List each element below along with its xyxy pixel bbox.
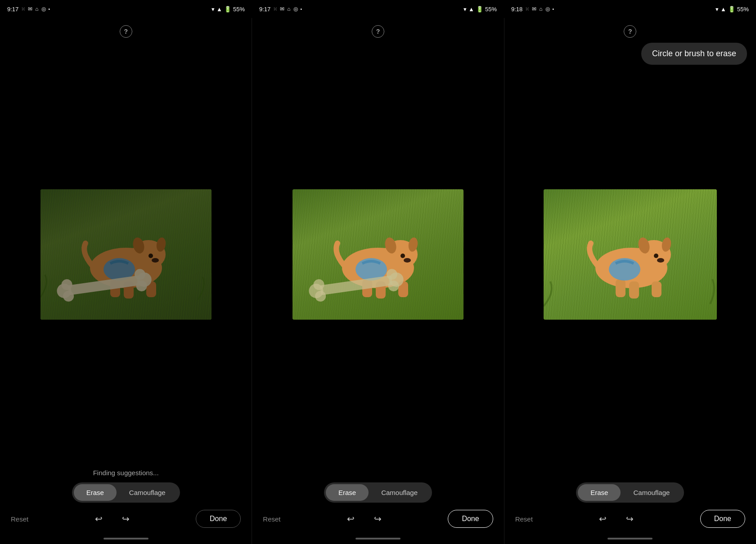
- reset-button-3[interactable]: Reset: [515, 515, 533, 523]
- panel-1: ?: [0, 18, 252, 544]
- redo-button-1[interactable]: ↪: [117, 511, 134, 527]
- reset-button-1[interactable]: Reset: [11, 515, 28, 523]
- icon-dot-2: •: [301, 7, 302, 12]
- suggestion-text-1: Finding suggestions...: [93, 469, 159, 478]
- svg-rect-11: [68, 275, 140, 295]
- time-3: 9:18: [511, 6, 522, 13]
- camouflage-toggle-1[interactable]: Camouflage: [117, 484, 178, 501]
- svg-rect-41: [616, 279, 626, 297]
- undo-redo-3: ↩ ↪: [595, 511, 638, 527]
- controls-1: Finding suggestions... Erase Camouflage …: [0, 464, 252, 533]
- undo-redo-1: ↩ ↪: [90, 511, 134, 527]
- redo-button-2[interactable]: ↪: [369, 511, 386, 527]
- time-2: 9:17: [259, 6, 270, 13]
- action-row-3: Reset ↩ ↪ Done: [504, 507, 756, 533]
- home-indicator-1: [0, 533, 252, 544]
- icon-home-2: ⌂: [287, 6, 290, 12]
- main-panels: ?: [0, 18, 756, 544]
- panel-2: ?: [252, 18, 504, 544]
- controls-2: Erase Camouflage Reset ↩ ↪ Done: [252, 464, 504, 533]
- help-row-2: ?: [252, 18, 504, 45]
- image-area-3[interactable]: [504, 45, 756, 464]
- icon-mail-3: ✉: [532, 6, 536, 12]
- status-bars: 9:17 ⁙ ✉ ⌂ ◎ • ▾ ▲ 🔋 55% 9:17 ⁙ ✉ ⌂ ◎ • …: [0, 0, 756, 18]
- status-bar-3: 9:18 ⁙ ✉ ⌂ ◎ • ▾ ▲ 🔋 55%: [504, 0, 756, 18]
- icon-grid-1: ⁙: [21, 6, 25, 12]
- svg-point-40: [654, 254, 658, 258]
- bone-illustration-2: [292, 189, 464, 320]
- help-row-3: ? Circle or brush to erase: [504, 18, 756, 45]
- undo-button-2[interactable]: ↩: [342, 511, 359, 527]
- time-1: 9:17: [7, 6, 18, 13]
- toggle-group-2: Erase Camouflage: [324, 482, 432, 503]
- signal-icon-1: ▲: [216, 6, 222, 13]
- svg-rect-42: [629, 281, 639, 299]
- svg-rect-43: [652, 281, 662, 297]
- reset-button-2[interactable]: Reset: [263, 515, 280, 523]
- signal-icon-3: ▲: [720, 6, 726, 13]
- done-button-3[interactable]: Done: [700, 510, 745, 528]
- icon-home-1: ⌂: [35, 6, 38, 12]
- icon-grid-2: ⁙: [273, 6, 277, 12]
- battery-icon-2: 🔋: [476, 6, 483, 13]
- controls-3: Erase Camouflage Reset ↩ ↪ Done: [504, 464, 756, 533]
- toggle-group-1: Erase Camouflage: [72, 482, 180, 503]
- icon-dot-3: •: [553, 7, 554, 12]
- status-bar-2: 9:17 ⁙ ✉ ⌂ ◎ • ▾ ▲ 🔋 55%: [252, 0, 504, 18]
- photo-frame-2: [292, 189, 464, 320]
- photo-canvas-3: [544, 189, 717, 320]
- battery-pct-1: 55%: [233, 6, 245, 13]
- icon-grid-3: ⁙: [525, 6, 529, 12]
- camouflage-toggle-2[interactable]: Camouflage: [369, 484, 430, 501]
- icon-mail-1: ✉: [28, 6, 32, 12]
- image-area-2[interactable]: [252, 45, 504, 464]
- erase-toggle-1[interactable]: Erase: [74, 484, 117, 501]
- camouflage-toggle-3[interactable]: Camouflage: [621, 484, 682, 501]
- undo-button-3[interactable]: ↩: [595, 511, 611, 527]
- action-row-2: Reset ↩ ↪ Done: [252, 507, 504, 533]
- battery-pct-3: 55%: [737, 6, 749, 13]
- icon-home-3: ⌂: [539, 6, 542, 12]
- done-button-1[interactable]: Done: [196, 510, 241, 528]
- icon-loc-3: ◎: [545, 6, 550, 12]
- icon-loc-2: ◎: [293, 6, 298, 12]
- wifi-icon-1: ▾: [212, 6, 215, 13]
- svg-point-39: [657, 258, 664, 263]
- help-icon-3[interactable]: ?: [624, 25, 636, 38]
- toggle-group-3: Erase Camouflage: [576, 482, 684, 503]
- status-bar-1: 9:17 ⁙ ✉ ⌂ ◎ • ▾ ▲ 🔋 55%: [0, 0, 252, 18]
- photo-canvas-1: [40, 189, 212, 320]
- erase-toggle-2[interactable]: Erase: [326, 484, 369, 501]
- signal-icon-2: ▲: [468, 6, 474, 13]
- bone-illustration-1: [40, 189, 212, 320]
- battery-pct-2: 55%: [485, 6, 497, 13]
- photo-frame-1: [40, 189, 212, 320]
- dog-illustration-3: [544, 189, 717, 320]
- wifi-icon-2: ▾: [464, 6, 467, 13]
- undo-redo-2: ↩ ↪: [342, 511, 386, 527]
- home-indicator-2: [252, 533, 504, 544]
- svg-rect-28: [320, 275, 393, 295]
- image-area-1[interactable]: [0, 45, 252, 464]
- icon-dot-1: •: [49, 7, 50, 12]
- wifi-icon-3: ▾: [716, 6, 719, 13]
- help-row-1: ?: [0, 18, 252, 45]
- photo-frame-3: [544, 189, 717, 320]
- action-row-1: Reset ↩ ↪ Done: [0, 507, 252, 533]
- photo-canvas-2: [292, 189, 464, 320]
- erase-toggle-3[interactable]: Erase: [578, 484, 621, 501]
- battery-icon-3: 🔋: [728, 6, 735, 13]
- home-indicator-3: [504, 533, 756, 544]
- icon-mail-2: ✉: [280, 6, 284, 12]
- done-button-2[interactable]: Done: [448, 510, 493, 528]
- undo-button-1[interactable]: ↩: [90, 511, 107, 527]
- icon-loc-1: ◎: [41, 6, 46, 12]
- panel-3: ? Circle or brush to erase: [504, 18, 756, 544]
- help-icon-2[interactable]: ?: [372, 25, 384, 38]
- help-icon-1[interactable]: ?: [120, 25, 132, 38]
- redo-button-3[interactable]: ↪: [622, 511, 638, 527]
- battery-icon-1: 🔋: [224, 6, 231, 13]
- tooltip-3: Circle or brush to erase: [641, 43, 747, 65]
